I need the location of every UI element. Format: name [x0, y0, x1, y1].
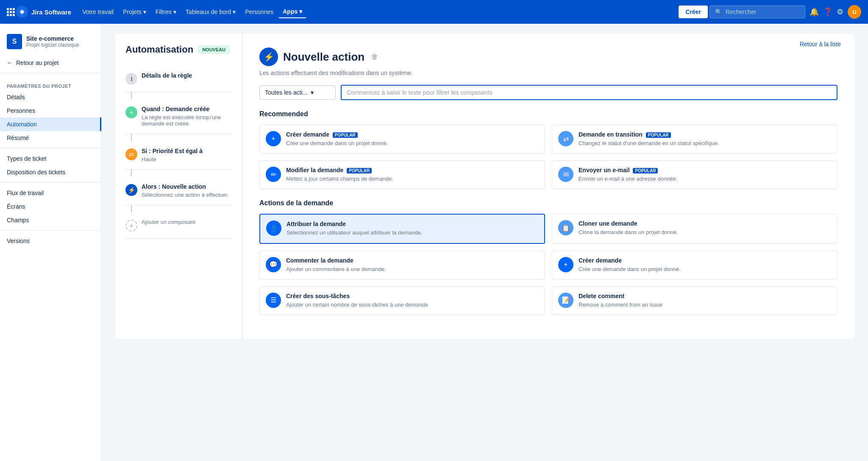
action-card-creer-action[interactable]: + Créer demande Crée une demande dans un…	[552, 251, 837, 279]
action-card-icon: ✏	[266, 167, 281, 182]
jira-logo-text: Jira Software	[31, 8, 71, 16]
sidebar-divider	[0, 73, 101, 73]
chevron-down-icon: ▾	[311, 89, 314, 96]
sidebar-item-automation[interactable]: Automation	[0, 117, 101, 131]
filter-dropdown[interactable]: Toutes les acti... ▾	[259, 85, 336, 100]
sidebar-section-title: Paramètres du projet	[0, 77, 101, 90]
sidebar-item-resume[interactable]: Résumé	[0, 131, 101, 145]
sidebar-divider-2	[0, 148, 101, 148]
sidebar-item-flux[interactable]: Flux de travail	[0, 186, 101, 200]
action-card-content: Commenter la demande Ajouter un commenta…	[286, 257, 539, 273]
sidebar-divider-4	[0, 230, 101, 231]
avatar[interactable]: U	[848, 5, 861, 19]
action-card-commenter[interactable]: 💬 Commenter la demande Ajouter un commen…	[259, 251, 545, 279]
demand-actions-grid: 👤 Attribuer la demande Sélectionnez un u…	[259, 214, 837, 315]
step-connector-3	[131, 170, 132, 176]
nav-personnes[interactable]: Personnes	[241, 6, 278, 18]
topnav-right: 🔍 🔔 ❓ ⚙ U	[709, 5, 861, 19]
sidebar-item-personnes[interactable]: Personnes	[0, 104, 101, 117]
settings-icon[interactable]: ⚙	[837, 7, 843, 17]
action-card-icon: 💬	[266, 257, 281, 272]
action-card-content: Modifier la demande POPULAR Mettez à jou…	[286, 167, 539, 183]
step-ajouter[interactable]: + Ajouter un composant	[125, 212, 232, 239]
sidebar-item-versions[interactable]: Versions	[0, 234, 101, 248]
project-details: Site e-commerce Projet logiciel classiqu…	[26, 35, 95, 48]
filter-input[interactable]	[341, 85, 837, 100]
action-title: Nouvelle action	[283, 50, 364, 64]
svg-point-1	[20, 10, 24, 14]
step-connector	[131, 92, 132, 99]
automation-title: Automatisation	[125, 44, 193, 55]
action-card-icon: ⇄	[558, 131, 573, 146]
automation-header: Automatisation NOUVEAU	[125, 44, 232, 55]
action-card-envoyer-email[interactable]: ✉ Envoyer un e-mail POPULAR Envoie un e-…	[552, 160, 837, 189]
step-si[interactable]: ⇄ Si : Priorité Est égal à Haute	[125, 141, 232, 170]
notifications-icon[interactable]: 🔔	[810, 7, 819, 17]
step-icon-orange: ⇄	[125, 148, 137, 160]
action-header: ⚡ Nouvelle action 🗑	[259, 47, 837, 66]
sidebar-item-ecrans[interactable]: Écrans	[0, 200, 101, 213]
sidebar-item-champs[interactable]: Champs	[0, 213, 101, 227]
delete-icon[interactable]: 🗑	[371, 53, 378, 61]
popular-badge: POPULAR	[646, 132, 671, 138]
nav-apps[interactable]: Apps ▾	[278, 6, 306, 18]
top-navigation: Jira Software Votre travail Projets ▾ Fi…	[0, 0, 868, 24]
project-icon: S	[7, 34, 22, 49]
jira-logo[interactable]: Jira Software	[16, 6, 71, 18]
action-card-delete-comment[interactable]: 📝 Delete comment Remove a comment from a…	[552, 286, 837, 315]
search-input[interactable]	[726, 8, 800, 15]
automation-wrapper: Automatisation NOUVEAU ℹ Détails de la r…	[115, 34, 854, 339]
action-card-modifier-demande[interactable]: ✏ Modifier la demande POPULAR Mettez à j…	[259, 160, 545, 189]
create-button[interactable]: Créer	[679, 6, 708, 18]
step-icon-gray: +	[125, 220, 137, 232]
popular-badge: POPULAR	[347, 168, 372, 173]
action-card-sous-taches[interactable]: ☰ Créer des sous-tâches Ajouter un certa…	[259, 286, 545, 315]
nav-tableaux[interactable]: Tableaux de bord ▾	[181, 6, 240, 18]
new-badge: NOUVEAU	[198, 46, 229, 53]
nav-projets[interactable]: Projets ▾	[119, 6, 150, 18]
search-bar[interactable]: 🔍	[709, 6, 805, 18]
action-card-content: Créer des sous-tâches Ajouter un certain…	[286, 293, 539, 309]
action-card-content: Créer demande POPULAR Crée une demande d…	[286, 131, 539, 147]
help-icon[interactable]: ❓	[823, 7, 832, 17]
sidebar-divider-3	[0, 182, 101, 183]
actions-de-demande-title: Actions de la demande	[259, 199, 837, 207]
back-to-project[interactable]: ← Retour au projet	[0, 56, 101, 70]
recommended-actions-grid: + Créer demande POPULAR Crée une demande…	[259, 125, 837, 189]
action-card-demande-transition[interactable]: ⇄ Demande en transition POPULAR Changez …	[552, 125, 837, 154]
action-card-attribuer[interactable]: 👤 Attribuer la demande Sélectionnez un u…	[259, 214, 545, 243]
project-type: Projet logiciel classique	[26, 42, 95, 48]
step-connector-4	[131, 205, 132, 212]
page-layout: S Site e-commerce Projet logiciel classi…	[0, 24, 868, 461]
action-card-content: Delete comment Remove a comment from an …	[579, 293, 831, 309]
step-content: Détails de la règle	[142, 72, 192, 81]
action-card-icon: 📝	[558, 293, 573, 308]
nav-votre-travail[interactable]: Votre travail	[78, 6, 118, 18]
action-card-cloner[interactable]: 📋 Cloner une demande Clone la demande da…	[552, 214, 837, 243]
project-name: Site e-commerce	[26, 35, 95, 42]
chevron-down-icon: ▾	[299, 8, 302, 15]
app-switcher-icon[interactable]	[7, 8, 14, 16]
sidebar: S Site e-commerce Projet logiciel classi…	[0, 24, 102, 461]
popular-badge: POPULAR	[333, 132, 358, 138]
action-card-icon: +	[558, 257, 573, 272]
action-card-content: Attribuer la demande Sélectionnez un uti…	[287, 221, 538, 237]
step-icon-green: +	[125, 106, 137, 118]
step-quand[interactable]: + Quand : Demande créée La règle est exé…	[125, 99, 232, 134]
action-card-content: Cloner une demande Clone la demande dans…	[579, 220, 831, 236]
step-alors[interactable]: ⚡ Alors : Nouvelle action Sélectionnez u…	[125, 176, 232, 205]
action-card-creer-demande-rec[interactable]: + Créer demande POPULAR Crée une demande…	[259, 125, 545, 154]
rule-steps-panel: Automatisation NOUVEAU ℹ Détails de la r…	[115, 34, 242, 339]
nav-filtres[interactable]: Filtres ▾	[151, 6, 181, 18]
action-card-content: Envoyer un e-mail POPULAR Envoie un e-ma…	[579, 167, 831, 183]
sidebar-item-types-ticket[interactable]: Types de ticket	[0, 152, 101, 165]
step-details[interactable]: ℹ Détails de la règle	[125, 65, 232, 92]
sidebar-item-disposition[interactable]: Disposition des tickets	[0, 165, 101, 179]
search-icon: 🔍	[715, 8, 722, 15]
main-nav: Votre travail Projets ▾ Filtres ▾ Tablea…	[78, 6, 673, 18]
back-to-list-link[interactable]: Retour à la liste	[800, 41, 841, 47]
step-content-alors: Alors : Nouvelle action Sélectionnez une…	[142, 183, 229, 198]
action-card-content: Demande en transition POPULAR Changez le…	[579, 131, 831, 147]
action-card-icon: +	[266, 131, 281, 146]
sidebar-item-details[interactable]: Détails	[0, 90, 101, 104]
